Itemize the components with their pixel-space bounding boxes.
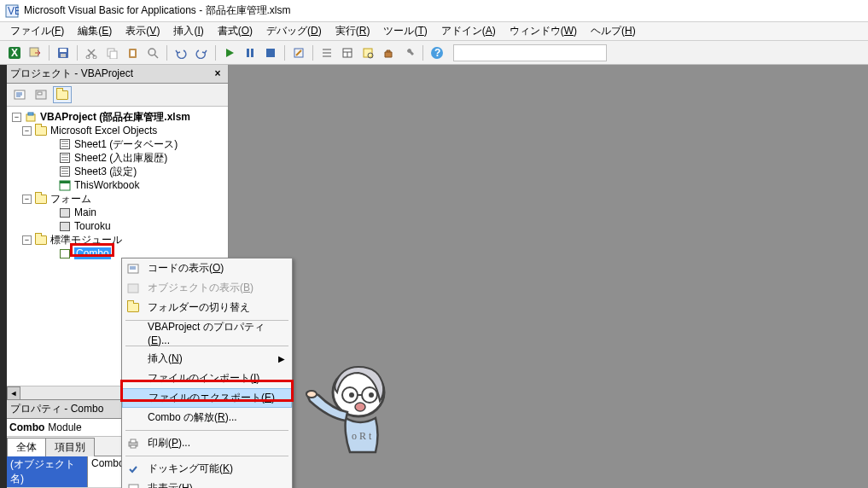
menu-format[interactable]: 書式(O) [211,22,259,40]
code-icon [126,262,140,276]
design-mode-icon[interactable] [289,44,308,62]
project-pane-title: プロジェクト - VBAProject [10,67,133,81]
app-icon: VB [5,4,19,18]
cm-show-code[interactable]: コードの表示(O) [122,259,292,278]
project-explorer-icon[interactable] [317,44,336,62]
chevron-right-icon: ▶ [278,354,285,363]
svg-line-15 [154,55,158,58]
copy-icon[interactable] [102,44,121,62]
properties-key: (オブジェクト名) [7,456,88,487]
tree-sheet3[interactable]: Sheet3 (設定) [9,165,226,178]
cm-vbaproject-props[interactable]: VBAProject のプロパティ(E)... [122,323,292,343]
svg-text:o R t: o R t [352,430,372,442]
tree-form-touroku[interactable]: Touroku [9,219,226,233]
menu-window[interactable]: ウィンドウ(W) [503,22,584,40]
save-icon[interactable] [54,44,73,62]
menu-addins[interactable]: アドイン(A) [434,22,503,40]
svg-text:VB: VB [8,5,19,17]
object-icon [126,282,140,295]
stop-icon[interactable] [261,44,280,62]
project-pane-toolbar [7,84,228,107]
tree-form-main[interactable]: Main [9,206,226,219]
hide-icon [126,482,140,489]
menu-edit[interactable]: 編集(E) [71,22,119,40]
svg-rect-46 [131,439,136,443]
svg-text:X: X [11,47,18,59]
svg-point-55 [355,403,365,411]
printer-icon [126,437,140,450]
tree-forms-folder[interactable]: −フォーム [9,192,226,206]
svg-point-53 [349,392,354,398]
tree-sheet1[interactable]: Sheet1 (データベース) [9,137,226,151]
svg-rect-38 [28,113,33,115]
svg-point-54 [369,392,374,398]
menu-file[interactable]: ファイル(F) [3,22,71,40]
object-browser-icon[interactable] [358,44,377,62]
cm-print[interactable]: 印刷(P)... [122,433,292,453]
cm-hide[interactable]: 非表示(H) [122,479,292,488]
menu-help[interactable]: ヘルプ(H) [584,22,643,40]
excel-icon[interactable]: X [5,44,24,62]
project-pane-header: プロジェクト - VBAProject × [7,65,228,84]
menu-debug[interactable]: デバッグ(D) [259,22,329,40]
tree-root[interactable]: −VBAProject (部品在庫管理.xlsm [9,110,226,124]
view-object-icon[interactable] [32,86,50,103]
hscroll-left-icon[interactable]: ◄ [7,386,20,400]
svg-rect-6 [60,49,67,52]
svg-rect-13 [131,50,135,56]
toolbar: X ? [0,41,868,65]
tree-excel-objects-folder[interactable]: −Microsoft Excel Objects [9,124,226,137]
svg-rect-7 [61,54,66,57]
folder-icon [126,301,140,315]
window-title: Microsoft Visual Basic for Applications … [24,3,291,18]
properties-window-icon[interactable] [338,44,357,62]
toolbar-search-combo[interactable] [453,44,607,61]
menu-bar: ファイル(F) 編集(E) 表示(V) 挿入(I) 書式(O) デバッグ(D) … [0,22,868,41]
svg-rect-48 [129,485,138,488]
svg-rect-17 [247,49,249,57]
project-pane-close-icon[interactable]: × [211,67,224,81]
insert-form-icon[interactable] [26,44,44,62]
tree-modules-folder[interactable]: −標準モジュール [9,233,226,247]
menu-tools[interactable]: ツール(T) [376,22,434,40]
cm-docking[interactable]: ドッキング可能(K) [122,459,292,479]
tools-icon[interactable] [399,44,418,62]
svg-point-14 [149,49,155,55]
menu-run[interactable]: 実行(R) [329,22,377,40]
context-menu: コードの表示(O) オブジェクトの表示(B) フォルダーの切り替え VBAPro… [121,258,293,488]
svg-rect-18 [251,49,253,57]
redo-icon[interactable] [192,44,211,62]
cm-remove[interactable]: Combo の解放(R)... [122,408,292,427]
title-bar: VB Microsoft Visual Basic for Applicatio… [0,0,868,22]
svg-rect-40 [60,181,70,183]
svg-rect-44 [128,284,138,293]
cm-toggle-folder[interactable]: フォルダーの切り替え [122,298,292,317]
svg-point-56 [306,391,317,398]
menu-view[interactable]: 表示(V) [119,22,166,40]
paste-icon[interactable] [123,44,142,62]
cm-show-object: オブジェクトの表示(B) [122,278,292,298]
menu-insert[interactable]: 挿入(I) [166,22,210,40]
props-tab-by-item[interactable]: 項目別 [45,438,95,456]
svg-marker-16 [226,49,234,57]
undo-icon[interactable] [172,44,190,62]
help-icon[interactable]: ? [428,44,446,62]
properties-object-name: Combo [9,421,44,433]
tree-sheet2[interactable]: Sheet2 (入出庫履歴) [9,151,226,165]
svg-text:?: ? [434,47,440,59]
svg-rect-19 [266,49,275,57]
toolbox-icon[interactable] [379,44,398,62]
toggle-folders-icon[interactable] [53,86,72,103]
cut-icon[interactable] [82,44,101,62]
props-tab-all[interactable]: 全体 [7,438,46,456]
find-icon[interactable] [143,44,162,62]
tree-thisworkbook[interactable]: ThisWorkbook [9,178,226,192]
check-icon [126,462,140,476]
run-icon[interactable] [220,44,239,62]
cm-insert[interactable]: 挿入(N)▶ [122,349,292,369]
pause-icon[interactable] [241,44,259,62]
cm-export[interactable]: ファイルのエクスポート(E)... [122,388,292,408]
svg-rect-11 [110,51,117,59]
view-code-icon[interactable] [10,86,29,103]
cm-import[interactable]: ファイルのインポート(I)... [122,369,292,388]
